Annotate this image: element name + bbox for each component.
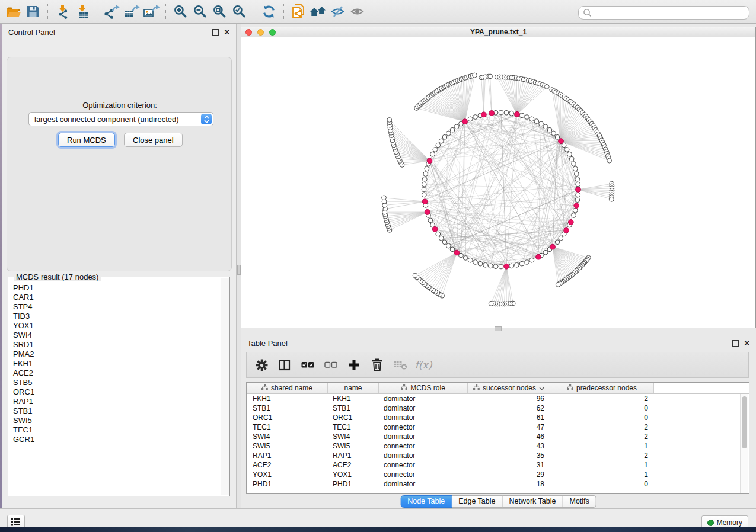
tab-motifs[interactable]: Motifs bbox=[563, 495, 596, 508]
mcds-result-item[interactable]: YOX1 bbox=[13, 321, 229, 331]
cell-shared_name[interactable]: SWI5 bbox=[247, 442, 328, 450]
cell-successor_nodes[interactable]: 46 bbox=[468, 432, 550, 441]
export-table-button[interactable] bbox=[122, 3, 141, 21]
mcds-result-item[interactable]: FKH1 bbox=[13, 359, 229, 368]
mcds-result-item[interactable]: STB1 bbox=[13, 406, 229, 416]
cell-predecessor_nodes[interactable]: 0 bbox=[550, 404, 654, 412]
cell-name[interactable]: ACE2 bbox=[328, 461, 379, 469]
mcds-result-item[interactable]: RAP1 bbox=[13, 397, 229, 406]
cell-predecessor_nodes[interactable]: 2 bbox=[550, 451, 654, 460]
select-all-button[interactable] bbox=[300, 357, 315, 373]
column-header-shared-name[interactable]: shared name bbox=[247, 383, 328, 393]
table-row[interactable]: TEC1TEC1connector472 bbox=[247, 422, 749, 432]
refresh-button[interactable] bbox=[259, 3, 279, 21]
run-mcds-button[interactable]: Run MCDS bbox=[58, 133, 115, 147]
zoom-out-button[interactable] bbox=[190, 3, 210, 21]
cell-predecessor_nodes[interactable]: 2 bbox=[550, 395, 654, 403]
table-row[interactable]: PHD1PHD1dominator180 bbox=[247, 479, 749, 489]
function-builder-button[interactable]: f(x) bbox=[416, 357, 431, 373]
cell-mcds_role[interactable]: connector bbox=[379, 470, 468, 479]
result-scrollbar[interactable] bbox=[221, 278, 229, 495]
table-row[interactable]: YOX1YOX1connector291 bbox=[247, 470, 749, 479]
table-row[interactable]: ACE2ACE2connector311 bbox=[247, 460, 749, 470]
cell-successor_nodes[interactable]: 29 bbox=[468, 470, 550, 479]
cell-shared_name[interactable]: ORC1 bbox=[247, 414, 328, 422]
cell-name[interactable]: STB1 bbox=[328, 404, 379, 412]
cell-name[interactable]: SWI4 bbox=[328, 432, 379, 441]
cell-mcds_role[interactable]: dominator bbox=[379, 480, 468, 488]
cell-successor_nodes[interactable]: 62 bbox=[468, 404, 550, 412]
save-button[interactable] bbox=[23, 3, 43, 21]
cell-name[interactable]: FKH1 bbox=[328, 395, 379, 403]
float-panel-icon[interactable] bbox=[212, 29, 219, 36]
search-input[interactable] bbox=[594, 8, 749, 18]
add-button[interactable] bbox=[346, 357, 362, 373]
cell-predecessor_nodes[interactable]: 2 bbox=[550, 423, 654, 431]
cell-predecessor_nodes[interactable]: 1 bbox=[550, 442, 654, 450]
optimization-criterion-select[interactable]: largest connected component (undirected) bbox=[28, 112, 213, 126]
table-row[interactable]: FKH1FKH1dominator962 bbox=[247, 394, 749, 403]
network-canvas[interactable] bbox=[241, 37, 755, 328]
mcds-result-item[interactable]: GCR1 bbox=[13, 435, 229, 444]
cell-mcds_role[interactable]: dominator bbox=[379, 404, 468, 412]
export-network-button[interactable] bbox=[102, 3, 122, 21]
show-all-button[interactable] bbox=[347, 3, 367, 21]
zoom-fit-button[interactable] bbox=[210, 3, 229, 21]
close-panel-button[interactable]: Close panel bbox=[124, 133, 183, 147]
cell-predecessor_nodes[interactable]: 0 bbox=[550, 414, 654, 422]
cell-shared_name[interactable]: SWI4 bbox=[247, 432, 328, 441]
mcds-result-item[interactable]: TEC1 bbox=[13, 425, 229, 435]
cell-mcds_role[interactable]: dominator bbox=[379, 414, 468, 422]
cell-shared_name[interactable]: FKH1 bbox=[247, 395, 328, 403]
cell-mcds_role[interactable]: connector bbox=[379, 442, 468, 450]
cell-successor_nodes[interactable]: 43 bbox=[468, 442, 550, 450]
cell-predecessor_nodes[interactable]: 0 bbox=[550, 480, 654, 488]
cell-name[interactable]: YOX1 bbox=[328, 470, 379, 479]
cell-name[interactable]: TEC1 bbox=[328, 423, 379, 431]
mcds-result-item[interactable]: PMA2 bbox=[13, 350, 229, 359]
cell-shared_name[interactable]: YOX1 bbox=[247, 470, 328, 479]
cell-name[interactable]: ORC1 bbox=[328, 414, 379, 422]
column-header-name[interactable]: name bbox=[328, 383, 379, 393]
vertical-splitter[interactable] bbox=[237, 24, 241, 508]
tab-node-table[interactable]: Node Table bbox=[400, 495, 452, 508]
table-row[interactable]: RAP1RAP1dominator352 bbox=[247, 451, 749, 460]
cell-predecessor_nodes[interactable]: 1 bbox=[550, 461, 654, 469]
delete-button[interactable] bbox=[369, 357, 385, 373]
export-image-button[interactable] bbox=[141, 3, 161, 21]
hide-selected-button[interactable] bbox=[328, 3, 347, 21]
table-scrollbar[interactable] bbox=[740, 394, 748, 493]
cell-successor_nodes[interactable]: 96 bbox=[468, 395, 550, 403]
cell-shared_name[interactable]: STB1 bbox=[247, 404, 328, 412]
network-window-titlebar[interactable]: YPA_prune.txt_1 bbox=[241, 27, 755, 38]
zoom-in-button[interactable] bbox=[171, 3, 190, 21]
close-table-panel-icon[interactable]: × bbox=[744, 340, 749, 346]
mcds-result-item[interactable]: TID3 bbox=[13, 312, 229, 321]
column-header-MCDS-role[interactable]: MCDS role bbox=[379, 383, 468, 393]
cell-mcds_role[interactable]: connector bbox=[379, 461, 468, 469]
columns-button[interactable] bbox=[277, 357, 292, 373]
cell-predecessor_nodes[interactable]: 1 bbox=[550, 470, 654, 479]
horizontal-splitter-handle[interactable] bbox=[495, 326, 502, 331]
cell-name[interactable]: SWI5 bbox=[328, 442, 379, 450]
mcds-result-item[interactable]: STP4 bbox=[13, 302, 229, 312]
cell-successor_nodes[interactable]: 18 bbox=[468, 480, 550, 488]
table-row[interactable]: SWI5SWI5connector431 bbox=[247, 441, 749, 451]
column-header-predecessor-nodes[interactable]: predecessor nodes bbox=[550, 383, 654, 393]
table-row[interactable]: STB1STB1dominator620 bbox=[247, 403, 749, 413]
table-row[interactable]: SWI4SWI4dominator462 bbox=[247, 432, 749, 441]
close-panel-icon[interactable]: × bbox=[224, 29, 229, 35]
mcds-result-item[interactable]: SWI5 bbox=[13, 416, 229, 425]
cell-shared_name[interactable]: ACE2 bbox=[247, 461, 328, 469]
cell-mcds_role[interactable]: dominator bbox=[379, 395, 468, 403]
table-scrollbar-thumb[interactable] bbox=[742, 396, 747, 448]
cell-mcds_role[interactable]: dominator bbox=[379, 451, 468, 460]
cell-shared_name[interactable]: PHD1 bbox=[247, 480, 328, 488]
export-network-file-button[interactable] bbox=[289, 3, 308, 21]
cell-successor_nodes[interactable]: 61 bbox=[468, 414, 550, 422]
cell-mcds_role[interactable]: dominator bbox=[379, 432, 468, 441]
cell-mcds_role[interactable]: connector bbox=[379, 423, 468, 431]
mcds-result-item[interactable]: SWI4 bbox=[13, 331, 229, 340]
column-header-successor-nodes[interactable]: successor nodes bbox=[468, 383, 550, 393]
cell-successor_nodes[interactable]: 31 bbox=[468, 461, 550, 469]
